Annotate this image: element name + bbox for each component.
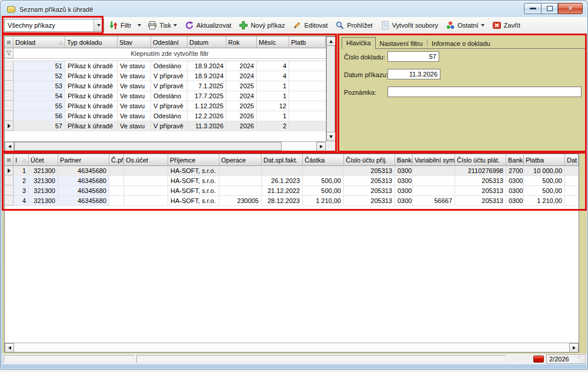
refresh-icon — [185, 21, 194, 30]
edit-button-label: Editovat — [304, 22, 328, 29]
filter-button[interactable]: Filtr — [106, 18, 134, 32]
printer-icon — [148, 21, 157, 30]
restore-button[interactable] — [542, 3, 558, 14]
app-window: Seznam příkazů k úhradě ✕ Všechny příkaz… — [0, 0, 588, 370]
minimize-icon — [530, 8, 536, 9]
close-button[interactable]: ✕ — [558, 3, 583, 14]
file-icon — [380, 21, 390, 30]
scroll-right-button[interactable] — [569, 343, 579, 353]
annotation-view-selector — [2, 16, 103, 34]
annotation-items-rows — [2, 152, 587, 211]
close-icon: ✕ — [567, 5, 573, 12]
print-button-label: Tisk — [159, 22, 171, 29]
other-button[interactable]: Ostatní — [443, 18, 487, 32]
plus-icon — [239, 21, 248, 30]
pencil-icon — [292, 21, 302, 30]
magnifier-icon — [335, 21, 345, 30]
status-panel-left — [4, 355, 134, 363]
print-button[interactable]: Tisk — [145, 18, 180, 32]
resize-grip[interactable] — [578, 356, 584, 363]
chevron-down-icon — [481, 24, 485, 26]
annotation-detail-panel — [338, 34, 587, 152]
close-window-button[interactable]: Zavřít — [489, 18, 523, 32]
titlebar: Seznam příkazů k úhradě — [6, 4, 93, 15]
window-controls: ✕ — [524, 3, 583, 14]
edit-button[interactable]: Editovat — [289, 18, 330, 32]
filter-arrows-icon — [109, 21, 118, 30]
restore-icon — [547, 6, 553, 11]
chevron-down-icon — [138, 24, 141, 26]
annotation-orders-grid — [2, 34, 337, 152]
status-red-indicator-icon — [533, 356, 544, 363]
filter-dropdown-caret[interactable] — [136, 18, 143, 32]
chevron-down-icon — [173, 24, 177, 26]
close-red-icon — [492, 21, 502, 30]
new-order-button-label: Nový příkaz — [250, 22, 285, 29]
scroll-left-button[interactable] — [5, 343, 14, 353]
status-panel-middle — [136, 355, 506, 363]
filter-button-label: Filtr — [121, 22, 131, 29]
minimize-button[interactable] — [524, 3, 542, 14]
refresh-button-label: Aktualizovat — [196, 22, 231, 29]
refresh-button[interactable]: Aktualizovat — [182, 18, 234, 32]
create-files-button[interactable]: Vytvořit soubory — [377, 18, 441, 32]
view-button-label: Prohlížet — [347, 22, 372, 29]
other-button-label: Ostatní — [457, 22, 478, 29]
period-indicator: 2/2026 — [546, 354, 586, 364]
close-window-button-label: Zavřít — [504, 22, 520, 29]
shapes-icon — [446, 21, 455, 30]
items-grid-hscrollbar[interactable] — [5, 343, 579, 352]
create-files-button-label: Vytvořit soubory — [392, 22, 438, 29]
new-order-button[interactable]: Nový příkaz — [236, 18, 288, 32]
app-icon — [6, 5, 16, 14]
status-bar: 2/2026 — [2, 354, 587, 364]
window-title: Seznam příkazů k úhradě — [19, 6, 93, 13]
view-button[interactable]: Prohlížet — [332, 18, 375, 32]
